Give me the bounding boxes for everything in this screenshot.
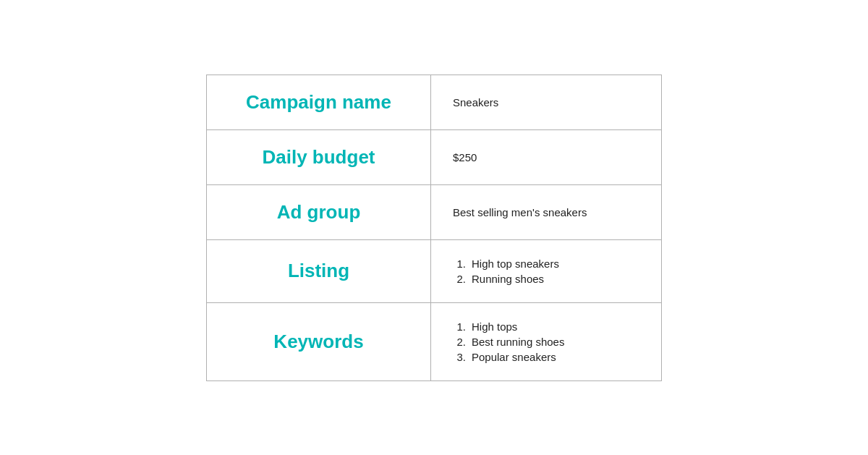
listing-list: 1.High top sneakers2.Running shoes (453, 256, 639, 286)
list-item-number: 2. (453, 336, 466, 348)
list-item-text: Best running shoes (472, 336, 564, 348)
daily-budget-label-cell: Daily budget (207, 129, 431, 184)
list-item-text: High top sneakers (472, 258, 559, 270)
list-item: 2.Best running shoes (453, 334, 639, 349)
keywords-label-cell: Keywords (207, 302, 431, 380)
list-item-text: Running shoes (472, 273, 544, 285)
ad-group-label-cell: Ad group (207, 184, 431, 239)
list-item-text: Popular sneakers (472, 351, 556, 363)
ad-group-value-cell: Best selling men's sneakers (431, 184, 662, 239)
list-item-number: 1. (453, 320, 466, 333)
row-keywords: Keywords1.High tops2.Best running shoes3… (207, 302, 662, 380)
list-item-text: High tops (472, 320, 517, 333)
row-listing: Listing1.High top sneakers2.Running shoe… (207, 239, 662, 302)
list-item: 3.Popular sneakers (453, 349, 639, 365)
ad-group-label: Ad group (277, 201, 361, 223)
keywords-value-cell: 1.High tops2.Best running shoes3.Popular… (431, 302, 662, 380)
list-item: 2.Running shoes (453, 271, 639, 286)
list-item-number: 1. (453, 258, 466, 270)
daily-budget-value-cell: $250 (431, 129, 662, 184)
keywords-list: 1.High tops2.Best running shoes3.Popular… (453, 319, 639, 365)
list-item: 1.High tops (453, 319, 639, 334)
daily-budget-value: $250 (453, 151, 477, 163)
list-item-number: 2. (453, 273, 466, 285)
listing-label-cell: Listing (207, 239, 431, 302)
summary-table: Campaign nameSneakersDaily budget$250Ad … (206, 75, 662, 381)
row-campaign-name: Campaign nameSneakers (207, 75, 662, 129)
campaign-name-value-cell: Sneakers (431, 75, 662, 129)
row-ad-group: Ad groupBest selling men's sneakers (207, 184, 662, 239)
row-daily-budget: Daily budget$250 (207, 129, 662, 184)
keywords-label: Keywords (273, 331, 363, 352)
listing-label: Listing (288, 260, 349, 281)
listing-value-cell: 1.High top sneakers2.Running shoes (431, 239, 662, 302)
list-item: 1.High top sneakers (453, 256, 639, 271)
daily-budget-label: Daily budget (262, 146, 375, 168)
campaign-name-label-cell: Campaign name (207, 75, 431, 129)
campaign-name-value: Sneakers (453, 96, 498, 109)
campaign-name-label: Campaign name (246, 91, 391, 113)
ad-group-value: Best selling men's sneakers (453, 206, 587, 218)
list-item-number: 3. (453, 351, 466, 363)
